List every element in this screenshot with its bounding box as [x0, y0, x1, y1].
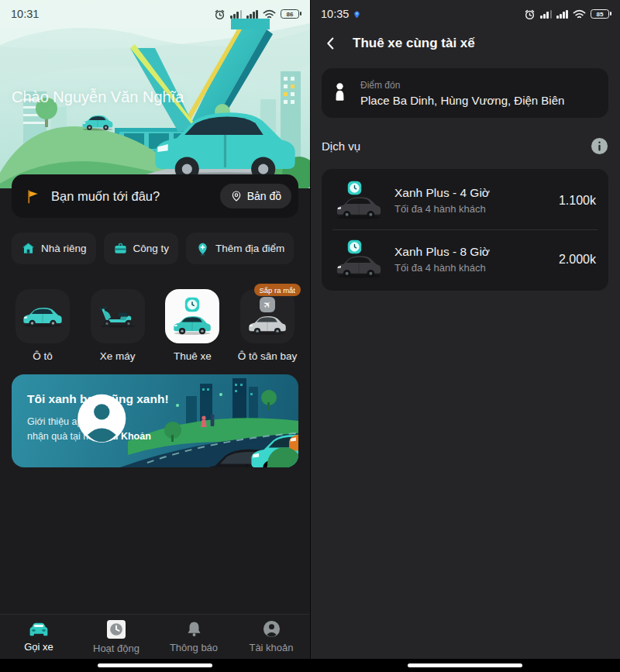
add-location-icon — [195, 241, 210, 256]
option-name: Xanh Plus - 8 Giờ — [394, 245, 548, 259]
account-icon — [31, 392, 173, 445]
nav-label: Tài khoản — [249, 642, 293, 653]
option-price: 1.100k — [559, 194, 596, 208]
info-icon[interactable] — [591, 137, 608, 155]
battery-percent: 86 — [287, 11, 294, 18]
location-active-icon — [353, 10, 361, 19]
option-name: Xanh Plus - 4 Giờ — [394, 186, 548, 200]
promo-text: Tôi xanh bạn cũng xanh! Giới thiệu app x… — [27, 392, 169, 445]
status-bar: 10:35 85 — [310, 5, 620, 23]
option-price: 2.000k — [559, 253, 596, 267]
house-icon — [21, 241, 36, 256]
status-bar: 10:31 86 — [0, 5, 310, 23]
service-label: Ô tô — [33, 350, 53, 362]
bell-icon — [185, 620, 203, 638]
chip-label: Công ty — [133, 243, 170, 254]
signal-icon — [230, 10, 242, 19]
car-icon — [171, 313, 213, 336]
phone-screenshot: 10:31 86 Chào Nguyễn Văn Nghĩa — [0, 0, 620, 672]
car-icon — [21, 305, 64, 328]
wifi-icon — [573, 9, 586, 19]
car-icon — [246, 313, 288, 336]
map-pin-icon — [230, 190, 243, 202]
service-rental[interactable]: Thuê xe — [164, 289, 221, 362]
service-airport[interactable]: Sắp ra mắt ✈ Ô tô sân bay — [239, 289, 296, 362]
battery-icon: 86 — [281, 9, 299, 19]
promo-subtitle: Giới thiệu app xanh nhận quà tại mục Tài… — [27, 415, 169, 445]
saved-places-row: Nhà riêng Công ty Thêm địa điểm — [12, 233, 300, 264]
chip-home[interactable]: Nhà riêng — [12, 233, 96, 264]
pickup-location-card[interactable]: Điểm đón Place Ba Dinh, Hùng Vương, Điện… — [322, 68, 608, 118]
signal-icon-2 — [556, 10, 568, 19]
nav-label: Thông báo — [170, 642, 218, 653]
signal-icon-2 — [246, 10, 258, 19]
clock-time: 10:35 — [321, 8, 361, 20]
clock-badge-icon — [347, 181, 362, 195]
car-icon — [334, 253, 384, 278]
option-vehicle — [334, 180, 384, 222]
hero-illustration: 10:31 86 Chào Nguyễn Văn Nghĩa — [0, 0, 310, 188]
option-capacity: Tối đa 4 hành khách — [394, 262, 548, 274]
service-label: Ô tô sân bay — [238, 350, 298, 362]
service-tiles-row: Ô tô Xe máy — [14, 289, 296, 362]
gesture-bar-area — [0, 659, 310, 672]
option-vehicle — [334, 239, 384, 281]
option-xanh-plus-8h[interactable]: Xanh Plus - 8 Giờ Tối đa 4 hành khách 2.… — [322, 230, 608, 288]
map-button[interactable]: Bản đồ — [220, 184, 291, 208]
back-icon[interactable] — [322, 35, 339, 52]
page-header: Thuê xe cùng tài xế — [310, 29, 620, 57]
person-icon — [263, 620, 281, 638]
service-label: Thuê xe — [174, 350, 212, 362]
battery-percent: 85 — [597, 11, 604, 18]
clock-time: 10:31 — [11, 8, 39, 20]
nav-label: Hoạt động — [93, 643, 140, 654]
chip-add-place[interactable]: Thêm địa điểm — [186, 233, 294, 264]
gesture-bar-area — [310, 659, 620, 672]
nav-activity[interactable]: Hoạt động — [78, 615, 155, 659]
nav-account[interactable]: Tài khoản — [232, 615, 310, 659]
chip-label: Thêm địa điểm — [215, 243, 284, 254]
pickup-label: Điểm đón — [360, 80, 564, 91]
history-clock-icon — [107, 620, 126, 639]
bottom-nav: Gọi xe Hoạt động Thông báo — [0, 614, 310, 659]
page-title: Thuê xe cùng tài xế — [353, 36, 475, 51]
option-xanh-plus-4h[interactable]: Xanh Plus - 4 Giờ Tối đa 4 hành khách 1.… — [322, 171, 608, 229]
alarm-icon — [214, 9, 226, 20]
clock-badge-icon — [184, 297, 200, 312]
briefcase-icon — [113, 241, 128, 256]
option-capacity: Tối đa 4 hành khách — [394, 203, 548, 215]
rental-screen: 10:35 85 — [310, 0, 620, 672]
wifi-icon — [263, 9, 276, 19]
service-bike[interactable]: Xe máy — [89, 289, 146, 362]
pickup-pin-icon — [334, 83, 346, 104]
service-label: Xe máy — [100, 350, 136, 362]
pickup-address: Place Ba Dinh, Hùng Vương, Điện Biên — [360, 94, 564, 107]
plane-badge-icon: ✈ — [260, 297, 275, 312]
flag-icon — [25, 188, 41, 205]
battery-icon: 85 — [591, 9, 609, 19]
clock-badge-icon — [347, 240, 362, 254]
home-indicator[interactable] — [408, 663, 522, 667]
chip-label: Nhà riêng — [41, 243, 87, 254]
referral-banner[interactable]: Tôi xanh bạn cũng xanh! Giới thiệu app x… — [12, 374, 298, 467]
car-icon — [334, 194, 384, 219]
map-button-label: Bản đồ — [247, 190, 281, 202]
car-front-icon — [28, 622, 50, 637]
home-screen: 10:31 86 Chào Nguyễn Văn Nghĩa — [0, 0, 310, 672]
scooter-icon — [96, 304, 140, 329]
nav-ride[interactable]: Gọi xe — [0, 615, 78, 659]
home-indicator[interactable] — [98, 663, 212, 667]
nav-label: Gọi xe — [24, 641, 53, 653]
greeting-text: Chào Nguyễn Văn Nghĩa — [12, 88, 184, 106]
services-section-header: Dịch vụ — [322, 137, 608, 155]
alarm-icon — [524, 9, 536, 20]
coming-soon-badge: Sắp ra mắt — [254, 284, 301, 296]
section-title: Dịch vụ — [322, 140, 360, 153]
destination-search-bar[interactable]: Bạn muốn tới đâu? Bản đồ — [12, 174, 298, 218]
service-car[interactable]: Ô tô — [14, 289, 71, 362]
nav-notifications[interactable]: Thông báo — [155, 615, 232, 659]
chip-work[interactable]: Công ty — [104, 233, 179, 264]
rental-options-card: Xanh Plus - 4 Giờ Tối đa 4 hành khách 1.… — [322, 169, 608, 291]
search-placeholder: Bạn muốn tới đâu? — [51, 189, 220, 204]
signal-icon — [540, 10, 552, 19]
